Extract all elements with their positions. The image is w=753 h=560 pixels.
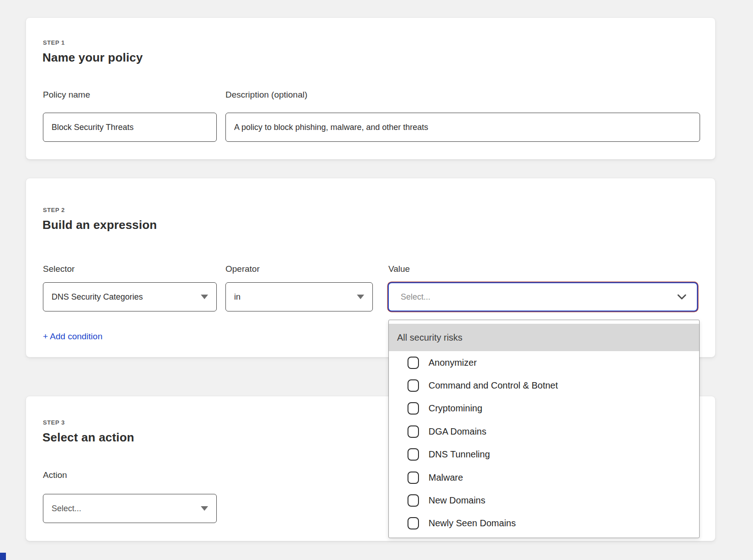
value-dropdown-panel: All security risks AnonymizerCommand and… xyxy=(388,320,700,538)
dropdown-option[interactable]: Malware xyxy=(389,466,699,489)
description-input[interactable] xyxy=(225,113,700,142)
policy-name-label: Policy name xyxy=(43,90,90,100)
add-condition-link[interactable]: + Add condition xyxy=(43,332,102,342)
dropdown-options-list: AnonymizerCommand and Control & BotnetCr… xyxy=(389,351,699,538)
selector-select-value: DNS Security Categories xyxy=(52,292,201,302)
dropdown-group-header[interactable]: All security risks xyxy=(389,324,699,351)
action-select-placeholder: Select... xyxy=(52,504,201,513)
checkbox-icon[interactable] xyxy=(408,448,419,461)
selector-select[interactable]: DNS Security Categories xyxy=(43,282,217,311)
policy-name-input[interactable] xyxy=(43,113,217,142)
dropdown-option[interactable]: New Domains xyxy=(389,489,699,512)
action-select[interactable]: Select... xyxy=(43,494,217,523)
step3-title: Select an action xyxy=(42,430,134,445)
checkbox-icon[interactable] xyxy=(408,379,419,392)
dropdown-option[interactable]: DGA Domains xyxy=(389,420,699,443)
dropdown-option-label: DGA Domains xyxy=(429,426,486,437)
checkbox-icon[interactable] xyxy=(408,425,419,438)
step2-label: STEP 2 xyxy=(43,207,65,213)
dropdown-option-label: New Domains xyxy=(429,495,485,506)
caret-down-icon xyxy=(357,295,364,299)
value-label: Value xyxy=(388,264,410,274)
operator-select[interactable]: in xyxy=(225,282,373,311)
dropdown-option-label: DNS Tunneling xyxy=(429,449,490,460)
dropdown-option-label: Newly Seen Domains xyxy=(429,518,516,529)
value-multiselect[interactable]: Select... xyxy=(388,282,698,311)
checkbox-icon[interactable] xyxy=(408,402,419,415)
bottom-left-artifact xyxy=(0,553,6,560)
step1-title: Name your policy xyxy=(42,51,143,65)
chevron-down-icon xyxy=(676,291,688,303)
dropdown-option[interactable]: Newly Seen Domains xyxy=(389,512,699,535)
checkbox-icon[interactable] xyxy=(408,357,419,369)
value-multiselect-placeholder: Select... xyxy=(401,292,676,302)
step1-card: STEP 1 Name your policy Policy name Desc… xyxy=(26,17,716,160)
checkbox-icon[interactable] xyxy=(408,472,419,484)
step2-title: Build an expression xyxy=(42,218,157,232)
action-label: Action xyxy=(43,470,67,480)
dropdown-option-label: Command and Control & Botnet xyxy=(429,380,558,391)
caret-down-icon xyxy=(201,506,208,511)
step1-label: STEP 1 xyxy=(43,39,65,46)
dropdown-option[interactable]: Command and Control & Botnet xyxy=(389,374,699,397)
dropdown-option-label: Cryptomining xyxy=(429,403,482,414)
dropdown-option[interactable]: Cryptomining xyxy=(389,397,699,420)
step3-label: STEP 3 xyxy=(43,419,65,426)
selector-label: Selector xyxy=(43,264,75,274)
dropdown-option-label: Malware xyxy=(429,472,463,483)
dropdown-option[interactable]: Anonymizer xyxy=(389,351,699,374)
operator-select-value: in xyxy=(234,292,357,302)
checkbox-icon[interactable] xyxy=(408,517,419,529)
description-label: Description (optional) xyxy=(225,90,308,100)
caret-down-icon xyxy=(201,295,208,299)
dropdown-option-label: Anonymizer xyxy=(429,358,477,368)
checkbox-icon[interactable] xyxy=(408,494,419,507)
operator-label: Operator xyxy=(225,264,260,274)
dropdown-option[interactable]: DNS Tunneling xyxy=(389,443,699,466)
